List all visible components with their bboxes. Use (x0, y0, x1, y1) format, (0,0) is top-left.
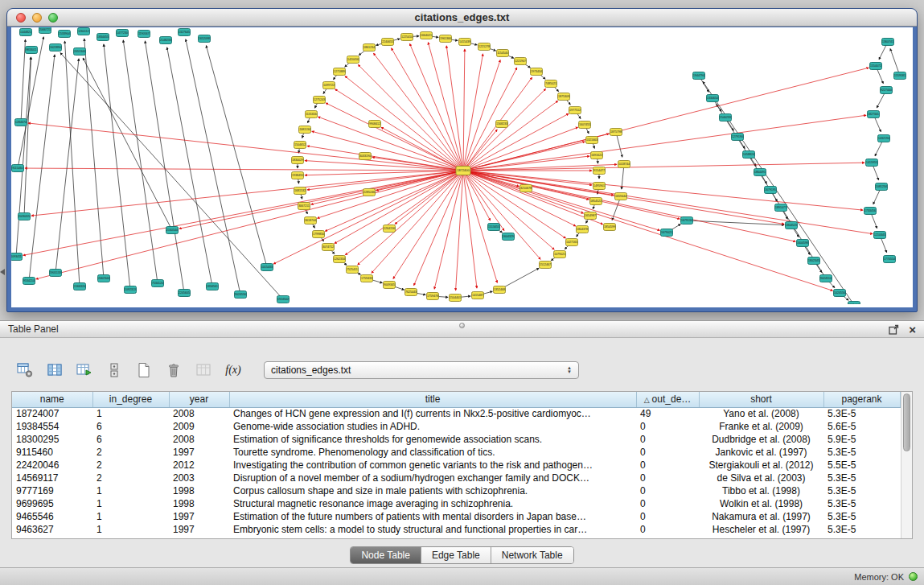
graph-node[interactable]: 1427165 (566, 239, 578, 246)
table-row[interactable]: 946554611997Estimation of the future num… (12, 510, 900, 523)
graph-node[interactable]: 7485021 (545, 80, 557, 88)
column-header-pagerank[interactable]: pagerank (823, 392, 900, 407)
graph-node[interactable]: 3067211 (298, 203, 310, 210)
graph-node[interactable]: 1679134 (681, 217, 693, 225)
graph-node[interactable]: 1554072 (870, 63, 882, 70)
table-selector-dropdown[interactable]: citations_edges.txt ▲▼ (264, 361, 579, 379)
graph-edge[interactable] (463, 101, 558, 171)
graph-node[interactable]: 1415955 (866, 159, 878, 167)
minimize-button[interactable] (32, 13, 42, 23)
graph-node[interactable]: 1512467 (540, 262, 552, 269)
graph-node[interactable]: 1654987 (585, 212, 597, 220)
float-panel-button[interactable] (889, 324, 899, 335)
graph-edge[interactable] (890, 48, 900, 76)
graph-edge[interactable] (23, 171, 463, 255)
graph-node[interactable]: 9908412 (369, 121, 381, 128)
column-header-in_degree[interactable]: in_degree (92, 392, 169, 407)
table-row[interactable]: 911546021997Tourette syndrome. Phenomeno… (12, 446, 900, 459)
close-button[interactable] (16, 13, 26, 23)
graph-node[interactable]: 1321663 (586, 137, 598, 144)
graph-node[interactable]: 1477230 (117, 30, 129, 37)
graph-node[interactable]: 1093411 (11, 253, 23, 261)
graph-node[interactable]: 2160544 (166, 227, 179, 234)
table-row[interactable]: 2242004622012Investigating the contribut… (12, 459, 900, 472)
graph-node[interactable]: 1944794 (693, 72, 705, 80)
graph-edge[interactable] (393, 171, 463, 278)
graph-edge[interactable] (414, 171, 463, 286)
graph-node[interactable]: 1891077 (775, 204, 787, 212)
graph-node[interactable]: 5905133 (50, 270, 62, 277)
graph-edge[interactable] (25, 168, 463, 171)
graph-node[interactable]: 1861234 (363, 44, 376, 51)
graph-node[interactable]: 9115460 (12, 165, 24, 172)
graph-node[interactable]: 1973434 (531, 68, 543, 76)
graph-node[interactable]: 1533904 (59, 31, 71, 38)
function-builder-button[interactable]: f(x) (223, 360, 244, 381)
delete-column-button[interactable] (163, 360, 184, 381)
vertical-scrollbar[interactable] (901, 392, 913, 538)
graph-node[interactable]: 1260112 (78, 28, 90, 35)
graph-edge[interactable] (186, 39, 240, 295)
graph-node[interactable]: 1360741 (882, 39, 894, 46)
table-row[interactable]: 1938455462009Genome-wide association stu… (12, 420, 900, 433)
graph-node[interactable]: 1079021 (554, 251, 566, 258)
graph-node[interactable]: 7525411 (347, 266, 359, 274)
graph-edge[interactable] (358, 171, 463, 265)
graph-node[interactable]: 1264156 (384, 225, 396, 233)
graph-node[interactable]: 1622890 (50, 44, 62, 51)
graph-edge[interactable] (28, 123, 463, 171)
edit-table-button[interactable] (74, 360, 95, 381)
network-canvas[interactable]: 1861234142005612718891099722127524311316… (11, 27, 913, 307)
graph-node[interactable]: 1271889 (334, 68, 346, 76)
graph-node[interactable]: 1058824 (743, 151, 755, 159)
graph-node[interactable]: 1327645 (179, 29, 191, 36)
show-columns-button[interactable] (44, 360, 65, 381)
graph-node[interactable]: 1044821 (20, 29, 32, 36)
graph-node[interactable]: 9009345 (384, 282, 396, 289)
graph-node[interactable]: 1432190 (878, 135, 890, 142)
graph-node[interactable]: 1607455 (579, 122, 591, 129)
graph-node[interactable]: 1081234 (876, 183, 888, 191)
graph-node[interactable]: 1604329 (503, 233, 515, 241)
graph-node[interactable]: 1733456 (864, 208, 877, 215)
graph-edge[interactable] (179, 171, 463, 229)
graph-node[interactable]: 1679195 (765, 187, 777, 194)
graph-node[interactable]: 2026055 (18, 213, 31, 220)
graph-node[interactable]: 1352468 (494, 286, 506, 294)
graph-node[interactable]: 1221907 (515, 58, 527, 65)
table-row[interactable]: 977716911998Corpus callosum shape and si… (12, 484, 900, 497)
tab-edge-table[interactable]: Edge Table (421, 547, 491, 563)
graph-edge[interactable] (104, 44, 130, 290)
table-row[interactable]: 1872400712008Changes of HCN gene express… (12, 407, 900, 420)
graph-node[interactable]: 1504401 (450, 295, 462, 302)
graph-node[interactable]: 1420056 (347, 56, 359, 64)
column-header-short[interactable]: short (699, 392, 823, 407)
graph-node[interactable]: 1279190 (732, 134, 744, 141)
graph-node[interactable]: 1802345 (808, 257, 820, 265)
graph-node[interactable]: 2066721 (39, 27, 51, 34)
graph-node[interactable]: 3074712 (322, 244, 335, 251)
graph-node[interactable]: 9833011 (26, 47, 38, 54)
graph-node[interactable]: 1190567 (138, 31, 150, 38)
graph-edge[interactable] (123, 40, 158, 283)
citation-network-graph[interactable]: 1861234142005612718891099722127524311316… (11, 27, 913, 304)
graph-edge[interactable] (463, 60, 500, 171)
graph-node[interactable]: 1854522 (590, 198, 602, 205)
graph-node[interactable]: 9227444 (881, 87, 893, 94)
graph-edge[interactable] (463, 171, 795, 241)
graph-node[interactable]: 1225410 (401, 34, 413, 41)
graph-node[interactable]: 9534210 (23, 278, 35, 285)
graph-node[interactable]: 1977512 (569, 107, 581, 114)
graph-edge[interactable] (463, 171, 540, 259)
graph-node[interactable]: 1827341 (868, 111, 880, 118)
graph-node[interactable]: 7534120 (152, 280, 164, 287)
graph-node[interactable]: 1210345 (874, 232, 886, 239)
graph-node[interactable]: 1804378 (577, 226, 589, 233)
graph-node[interactable]: 1864491 (754, 169, 766, 176)
graph-edge[interactable] (463, 49, 465, 171)
graph-node[interactable]: 9024510 (820, 275, 832, 282)
graph-edge[interactable] (84, 39, 104, 278)
graph-node[interactable]: 1804523 (786, 222, 798, 229)
scrollbar-thumb[interactable] (903, 393, 911, 451)
graph-node[interactable]: 1938455 (292, 172, 304, 179)
